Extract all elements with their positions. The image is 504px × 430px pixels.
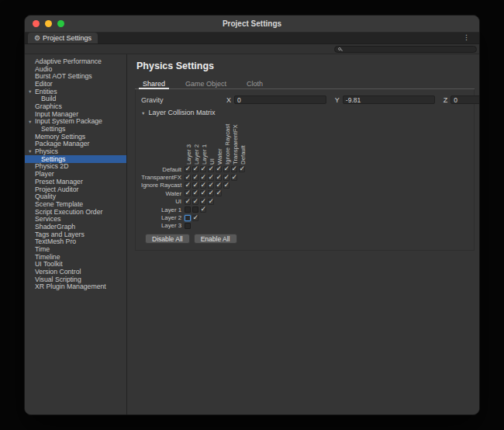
- collision-checkbox[interactable]: [185, 206, 191, 213]
- zoom-button[interactable]: [57, 20, 64, 27]
- collision-checkbox[interactable]: [200, 190, 206, 196]
- sidebar-item-timeline[interactable]: Timeline: [25, 253, 126, 261]
- sidebar-item-build[interactable]: Build: [25, 95, 126, 102]
- sidebar-item-ui-toolkit[interactable]: UI Toolkit: [25, 261, 126, 269]
- sidebar-item-shadergraph[interactable]: ShaderGraph: [25, 223, 126, 231]
- collision-checkbox[interactable]: [223, 166, 230, 172]
- gravity-input-y[interactable]: [343, 95, 435, 104]
- collision-checkbox[interactable]: [223, 182, 230, 189]
- sidebar-item-entities[interactable]: Entities: [25, 88, 126, 95]
- collision-checkbox[interactable]: [200, 199, 206, 205]
- collision-checkbox[interactable]: [185, 182, 191, 189]
- matrix-cell: [207, 182, 215, 189]
- disable-all-button[interactable]: Disable All: [145, 234, 190, 244]
- sidebar-item-burst-aot-settings[interactable]: Burst AOT Settings: [25, 72, 126, 80]
- collision-checkbox[interactable]: [192, 166, 198, 172]
- collision-checkbox[interactable]: [208, 182, 214, 189]
- enable-all-button[interactable]: Enable All: [194, 234, 237, 244]
- gravity-input-x[interactable]: [234, 95, 326, 104]
- matrix-cell: [215, 166, 223, 172]
- sidebar-item-label: Memory Settings: [35, 133, 85, 140]
- collision-checkbox[interactable]: [192, 215, 198, 221]
- collision-checkbox[interactable]: [192, 175, 198, 181]
- matrix-cell: [215, 182, 223, 189]
- tab-shared[interactable]: Shared: [143, 78, 165, 88]
- gravity-input-z[interactable]: [450, 95, 479, 104]
- sidebar-item-tags-and-layers[interactable]: Tags and Layers: [25, 231, 126, 238]
- sidebar-item-quality[interactable]: Quality: [25, 192, 126, 200]
- sidebar-item-xr-plugin-management[interactable]: XR Plugin Management: [25, 283, 126, 291]
- collision-checkbox[interactable]: [185, 190, 191, 196]
- sidebar-item-adaptive-performance[interactable]: Adaptive Performance: [25, 57, 126, 65]
- search-box[interactable]: [334, 46, 477, 54]
- collision-checkbox[interactable]: [185, 166, 191, 172]
- sidebar-item-audio[interactable]: Audio: [25, 65, 126, 73]
- sidebar-item-project-auditor[interactable]: Project Auditor: [25, 186, 126, 193]
- sidebar-item-input-manager[interactable]: Input Manager: [25, 110, 126, 118]
- collision-checkbox[interactable]: [200, 182, 206, 189]
- matrix-rows: DefaultTransparentFXIgnore RaycastWaterU…: [141, 165, 470, 230]
- collision-checkbox[interactable]: [208, 166, 214, 172]
- collision-checkbox[interactable]: [216, 182, 222, 189]
- collision-checkbox[interactable]: [185, 199, 191, 205]
- sidebar-item-label: Player: [35, 170, 54, 178]
- sidebar-item-settings[interactable]: Settings: [25, 155, 126, 163]
- matrix-column-label: Water: [216, 148, 223, 165]
- sidebar-item-physics-2d[interactable]: Physics 2D: [25, 163, 126, 171]
- collision-checkbox[interactable]: [192, 199, 198, 205]
- layer-collision-matrix-foldout[interactable]: Layer Collision Matrix: [141, 108, 470, 117]
- collision-checkbox[interactable]: [216, 166, 222, 172]
- collision-checkbox[interactable]: [192, 190, 198, 196]
- sidebar-item-label: Visual Scripting: [35, 276, 81, 283]
- collision-checkbox[interactable]: [185, 223, 191, 229]
- collision-checkbox[interactable]: [231, 166, 237, 172]
- collision-checkbox[interactable]: [185, 175, 191, 181]
- collision-checkbox[interactable]: [192, 182, 198, 189]
- sidebar-item-version-control[interactable]: Version Control: [25, 268, 126, 276]
- collision-checkbox[interactable]: [200, 175, 206, 181]
- sidebar-item-textmesh-pro[interactable]: TextMesh Pro: [25, 238, 126, 246]
- collision-checkbox[interactable]: [216, 175, 222, 181]
- collision-checkbox[interactable]: [208, 175, 214, 181]
- sidebar-item-input-system-package[interactable]: Input System Package: [25, 118, 126, 126]
- matrix-column-label: Layer 2: [193, 144, 200, 165]
- collision-checkbox[interactable]: [208, 199, 214, 205]
- sidebar-item-script-execution-order[interactable]: Script Execution Order: [25, 208, 126, 216]
- titlebar[interactable]: Project Settings: [25, 16, 479, 33]
- sidebar-item-editor[interactable]: Editor: [25, 80, 126, 88]
- matrix-cell: [215, 175, 223, 181]
- collision-checkbox[interactable]: [216, 190, 222, 196]
- toolbar: [25, 44, 479, 54]
- collision-checkbox[interactable]: [185, 215, 191, 221]
- sidebar-item-visual-scripting[interactable]: Visual Scripting: [25, 276, 126, 283]
- sidebar-item-memory-settings[interactable]: Memory Settings: [25, 133, 126, 140]
- matrix-cell: [238, 166, 246, 172]
- sidebar-item-scene-template[interactable]: Scene Template: [25, 200, 126, 208]
- tab-game-object[interactable]: Game Object: [185, 78, 226, 88]
- collision-checkbox[interactable]: [200, 206, 206, 213]
- search-input[interactable]: [343, 46, 473, 53]
- kebab-menu-icon[interactable]: ⋮: [463, 34, 470, 41]
- sidebar-item-time[interactable]: Time: [25, 245, 126, 253]
- collision-checkbox[interactable]: [200, 166, 206, 172]
- collision-checkbox[interactable]: [208, 190, 214, 196]
- tab-cloth[interactable]: Cloth: [247, 78, 263, 88]
- tab-project-settings[interactable]: ⚙ Project Settings: [28, 33, 98, 43]
- sidebar-item-preset-manager[interactable]: Preset Manager: [25, 178, 126, 186]
- close-button[interactable]: [33, 20, 40, 27]
- matrix-cell: [192, 215, 199, 221]
- sidebar-item-services[interactable]: Services: [25, 215, 126, 223]
- collision-checkbox[interactable]: [192, 206, 198, 213]
- sidebar-item-physics[interactable]: Physics: [25, 147, 126, 155]
- collision-checkbox[interactable]: [231, 175, 237, 181]
- collision-checkbox[interactable]: [239, 166, 245, 172]
- minimize-button[interactable]: [45, 20, 52, 27]
- sidebar-item-settings[interactable]: Settings: [25, 125, 126, 133]
- collision-checkbox[interactable]: [223, 175, 230, 181]
- sidebar-item-player[interactable]: Player: [25, 170, 126, 178]
- sidebar-item-label: Input Manager: [35, 110, 78, 118]
- sidebar-item-package-manager[interactable]: Package Manager: [25, 140, 126, 148]
- sidebar-item-graphics[interactable]: Graphics: [25, 102, 126, 110]
- matrix-row-label: Layer 3: [141, 222, 184, 229]
- gravity-label: Gravity: [140, 96, 226, 104]
